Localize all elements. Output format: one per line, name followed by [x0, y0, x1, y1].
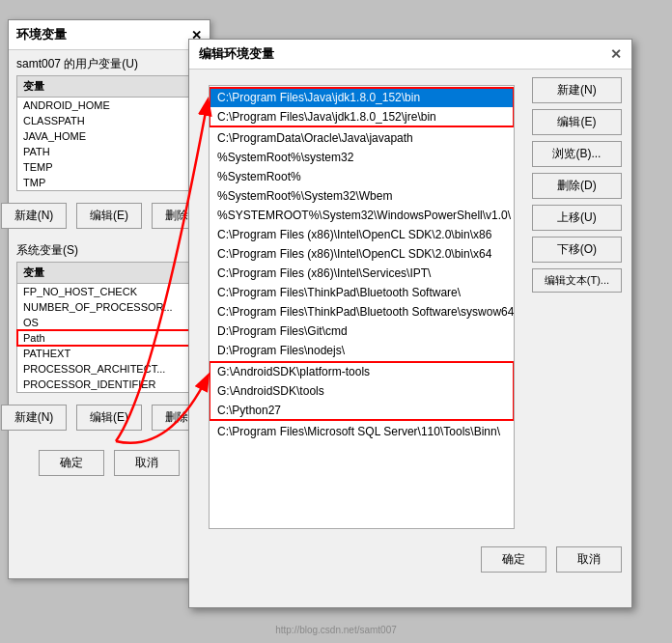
system-var-row[interactable]: FP_NO_HOST_CHECK: [17, 284, 201, 299]
user-vars-table: 变量 ANDROID_HOME CLASSPATH JAVA_HOME PATH…: [16, 75, 202, 191]
edit-list-item[interactable]: C:\Program Files\ThinkPad\Bluetooth Soft…: [210, 302, 514, 322]
env-ok-btn[interactable]: 确定: [39, 450, 104, 476]
edit-list: C:\Program Files\Java\jdk1.8.0_152\bin C…: [209, 85, 515, 529]
edit-list-item[interactable]: C:\Program Files (x86)\Intel\OpenCL SDK\…: [210, 225, 514, 244]
edit-list-item[interactable]: %SystemRoot%\system32: [210, 148, 514, 167]
env-dialog-titlebar: 环境变量 ✕: [9, 20, 210, 50]
move-up-btn[interactable]: 上移(U): [532, 205, 622, 231]
user-var-row[interactable]: PATH: [17, 144, 201, 159]
edit-text-btn[interactable]: 编辑文本(T)...: [532, 268, 622, 293]
edit-dialog-titlebar: 编辑环境变量 ✕: [189, 40, 631, 70]
edit-list-item[interactable]: %SystemRoot%: [210, 167, 514, 186]
edit-list-item[interactable]: %SystemRoot%\System32\Wbem: [210, 186, 514, 206]
env-dialog-bottom-buttons: 确定 取消: [9, 442, 210, 484]
edit-dialog-body: C:\Program Files\Java\jdk1.8.0_152\bin C…: [199, 77, 622, 537]
edit-side-buttons: 新建(N) 编辑(E) 浏览(B)... 删除(D) 上移(U) 下移(O) 编…: [532, 77, 622, 537]
edit-list-item[interactable]: %SYSTEMROOT%\System32\WindowsPowerShell\…: [210, 206, 514, 225]
edit-list-item[interactable]: C:\Program Files\ThinkPad\Bluetooth Soft…: [210, 283, 514, 302]
user-vars-header: 变量: [17, 76, 201, 98]
system-var-row[interactable]: OS: [17, 315, 201, 330]
watermark: http://blog.csdn.net/samt007: [0, 625, 672, 635]
system-section-label: 系统变量(S): [9, 237, 210, 262]
edit-dialog-title: 编辑环境变量: [199, 45, 274, 63]
edit-list-item[interactable]: G:\AndroidSDK\platform-tools: [210, 362, 514, 381]
system-edit-btn[interactable]: 编辑(E): [76, 405, 142, 431]
user-var-row[interactable]: TMP: [17, 175, 201, 190]
system-vars-header: 变量: [17, 263, 201, 284]
env-dialog-title: 环境变量: [16, 26, 67, 43]
browse-btn[interactable]: 浏览(B)...: [532, 141, 622, 167]
user-section-label: samt007 的用户变量(U): [9, 50, 210, 75]
edit-list-item[interactable]: C:\Program Files\Java\jdk1.8.0_152\bin: [210, 88, 514, 107]
system-buttons: 新建(N) 编辑(E) 删除(D): [9, 397, 210, 438]
edit-list-item[interactable]: C:\Program Files (x86)\Intel\Services\IP…: [210, 264, 514, 283]
edit-list-item[interactable]: D:\Program Files\Git\cmd: [210, 322, 514, 341]
user-new-btn[interactable]: 新建(N): [1, 203, 67, 229]
edit-cancel-btn[interactable]: 取消: [556, 546, 622, 573]
user-col-header: 变量: [17, 76, 201, 97]
edit-list-item[interactable]: D:\Program Files\nodejs\: [210, 341, 514, 360]
system-new-btn[interactable]: 新建(N): [1, 405, 67, 431]
system-col-header: 变量: [17, 263, 201, 283]
edit-list-item[interactable]: C:\Program Files\Microsoft SQL Server\11…: [210, 422, 514, 441]
edit-list-item[interactable]: G:\AndroidSDK\tools: [210, 381, 514, 401]
bottom-red-group: G:\AndroidSDK\platform-tools G:\AndroidS…: [210, 362, 514, 420]
user-edit-btn[interactable]: 编辑(E): [76, 203, 142, 229]
system-var-row[interactable]: PROCESSOR_IDENTIFIER: [17, 377, 201, 392]
system-var-row[interactable]: NUMBER_OF_PROCESSOR...: [17, 299, 201, 315]
system-var-path-row[interactable]: Path: [17, 330, 201, 346]
top-red-group: C:\Program Files\Java\jdk1.8.0_152\bin C…: [210, 88, 514, 126]
user-var-row[interactable]: ANDROID_HOME: [17, 98, 201, 113]
edit-list-item[interactable]: C:\Program Files (x86)\Intel\OpenCL SDK\…: [210, 244, 514, 264]
env-dialog: 环境变量 ✕ samt007 的用户变量(U) 变量 ANDROID_HOME …: [8, 19, 210, 579]
new-btn[interactable]: 新建(N): [532, 77, 622, 103]
edit-list-item[interactable]: C:\Program Files\Java\jdk1.8.0_152\jre\b…: [210, 107, 514, 126]
system-var-row[interactable]: PROCESSOR_ARCHITECT...: [17, 361, 201, 377]
user-var-row[interactable]: JAVA_HOME: [17, 128, 201, 144]
user-var-row[interactable]: TEMP: [17, 159, 201, 175]
edit-dialog-close[interactable]: ✕: [610, 46, 622, 62]
user-var-row[interactable]: CLASSPATH: [17, 113, 201, 128]
env-cancel-btn[interactable]: 取消: [114, 450, 180, 476]
move-down-btn[interactable]: 下移(O): [532, 237, 622, 263]
edit-ok-btn[interactable]: 确定: [481, 546, 546, 573]
edit-list-item[interactable]: C:\ProgramData\Oracle\Java\javapath: [210, 128, 514, 148]
system-var-row[interactable]: PATHEXT: [17, 346, 201, 361]
system-vars-table: 变量 FP_NO_HOST_CHECK NUMBER_OF_PROCESSOR.…: [16, 262, 202, 393]
user-buttons: 新建(N) 编辑(E) 删除(D): [9, 195, 210, 237]
edit-btn[interactable]: 编辑(E): [532, 109, 622, 135]
edit-dialog: 编辑环境变量 ✕ C:\Program Files\Java\jdk1.8.0_…: [188, 39, 632, 608]
edit-dialog-bottom-buttons: 确定 取消: [189, 537, 631, 582]
edit-list-item[interactable]: C:\Python27: [210, 401, 514, 420]
delete-btn[interactable]: 删除(D): [532, 173, 622, 199]
